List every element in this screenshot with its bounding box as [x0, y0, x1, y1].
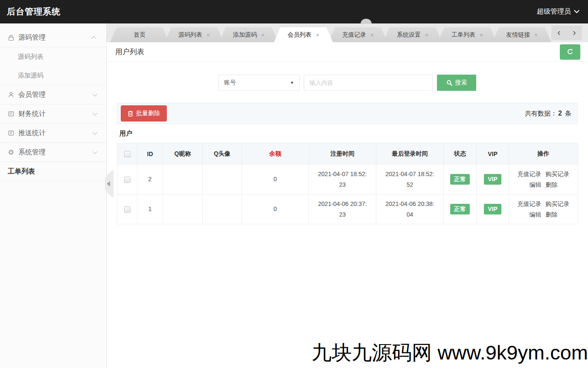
page-header: 用户列表: [107, 42, 588, 62]
sidebar-item-1[interactable]: 会员管理: [0, 85, 106, 104]
sidebar-group-0: 源码管理源码列表添加源码: [0, 29, 106, 85]
search-row: 账号 ▼ 搜索: [117, 75, 578, 91]
action-link[interactable]: 编辑: [530, 180, 541, 190]
tab-close-icon[interactable]: ×: [207, 32, 210, 38]
tab-label: 源码列表: [178, 31, 202, 39]
row-checkbox[interactable]: [124, 206, 131, 213]
search-field-select[interactable]: 账号 ▼: [218, 75, 300, 91]
status-badge: 正常: [450, 204, 470, 214]
chevron-down-icon: [93, 92, 97, 96]
tab-bar: 首页源码列表×添加源码×会员列表×充值记录×系统设置×工单列表×友情链接× ‹ …: [107, 23, 588, 42]
tab-item-2[interactable]: 添加源码×: [219, 27, 278, 42]
cell-q-nick: [163, 194, 203, 224]
tab-label: 添加源码: [233, 31, 257, 39]
batch-delete-label: 批量删除: [136, 110, 160, 117]
column-header: 操作: [509, 143, 578, 165]
tab-label: 工单列表: [451, 31, 475, 39]
table-header-row: IDQ昵称Q头像余额注册时间最后登录时间状态VIP操作: [117, 143, 578, 165]
select-all-checkbox[interactable]: [124, 151, 131, 157]
sidebar-item-0[interactable]: 源码管理: [0, 29, 106, 47]
tab-scroll-right-button[interactable]: ›: [567, 26, 582, 40]
chevron-down-icon: [574, 8, 579, 13]
cell-balance: 0: [242, 165, 309, 194]
tab-label: 友情链接: [506, 31, 530, 39]
sidebar-item-2[interactable]: 财务统计: [0, 104, 106, 123]
table-row: 102021-04-06 20:37: 232021-04-06 20:38: …: [117, 194, 578, 224]
tab-close-icon[interactable]: ×: [425, 32, 428, 38]
cell-last-login-time: 2021-04-07 18:52: 52: [376, 165, 444, 194]
trash-icon: [128, 110, 133, 117]
tab-close-icon[interactable]: ×: [370, 32, 374, 38]
user-menu[interactable]: 超级管理员: [537, 7, 579, 16]
cell-reg-time: 2021-04-07 18:52: 23: [309, 165, 376, 194]
tab-close-icon[interactable]: ×: [480, 32, 483, 38]
action-link[interactable]: 编辑: [530, 209, 541, 220]
sidebar-menu: 源码管理源码列表添加源码会员管理财务统计推送统计系统管理工单列表: [0, 29, 106, 181]
table-row: 202021-04-07 18:52: 232021-04-07 18:52: …: [117, 165, 578, 194]
refresh-button[interactable]: [560, 44, 580, 60]
sidebar-group-4: 系统管理: [0, 143, 106, 162]
tab-label: 首页: [134, 31, 146, 39]
sidebar-item-3[interactable]: 推送统计: [0, 124, 106, 142]
user-icon: [8, 91, 15, 98]
column-header: 最后登录时间: [376, 143, 444, 165]
app-title: 后台管理系统: [7, 6, 61, 17]
user-table: IDQ昵称Q头像余额注册时间最后登录时间状态VIP操作202021-04-07 …: [117, 143, 578, 224]
sidebar-item-5[interactable]: 工单列表: [0, 162, 106, 181]
tab-close-icon[interactable]: ×: [316, 32, 319, 38]
sidebar-item-label: 财务统计: [18, 110, 93, 119]
search-button[interactable]: 搜索: [437, 75, 476, 91]
total-count: 共有数据：2 条: [525, 110, 571, 118]
sidebar-subitem-0-0[interactable]: 源码列表: [0, 47, 106, 66]
column-header: ID: [137, 143, 163, 165]
action-link[interactable]: 购买记录: [546, 169, 570, 180]
sidebar: 源码管理源码列表添加源码会员管理财务统计推送统计系统管理工单列表: [0, 23, 107, 368]
top-bar: 后台管理系统 超级管理员: [0, 0, 588, 23]
action-link[interactable]: 购买记录: [546, 199, 570, 209]
vip-badge: VIP: [484, 174, 501, 185]
finance-stats-icon: [8, 110, 15, 117]
tab-item-0[interactable]: 首页: [110, 27, 169, 42]
gear-icon: [8, 149, 15, 156]
sidebar-item-label: 源码管理: [18, 33, 93, 42]
sidebar-submenu: 源码列表添加源码: [0, 47, 106, 85]
search-input[interactable]: [304, 75, 433, 91]
table-toolbar: 批量删除 共有数据：2 条: [117, 103, 578, 124]
tab-item-4[interactable]: 充值记录×: [329, 27, 387, 42]
tab-label: 会员列表: [288, 31, 311, 39]
cell-reg-time: 2021-04-06 20:37: 23: [309, 194, 376, 224]
tab-close-icon[interactable]: ×: [534, 32, 538, 38]
tab-item-6[interactable]: 工单列表×: [438, 27, 497, 42]
cell-q-avatar: [203, 194, 242, 224]
content-area: 账号 ▼ 搜索: [107, 75, 588, 224]
action-link[interactable]: 删除: [546, 180, 558, 190]
tab-item-5[interactable]: 系统设置×: [383, 27, 442, 42]
tab-list: 首页源码列表×添加源码×会员列表×充值记录×系统设置×工单列表×友情链接×: [110, 27, 547, 42]
vip-badge: VIP: [484, 204, 501, 214]
row-checkbox[interactable]: [124, 177, 131, 183]
column-header: Q头像: [203, 143, 242, 165]
sidebar-subitem-0-1[interactable]: 添加源码: [0, 66, 106, 85]
tab-close-icon[interactable]: ×: [261, 32, 265, 38]
action-link[interactable]: 删除: [546, 209, 558, 220]
chevron-down-icon: [93, 130, 97, 135]
chevron-down-icon: [93, 111, 97, 116]
action-link[interactable]: 充值记录: [518, 199, 541, 209]
cell-select: [117, 165, 137, 194]
cell-q-avatar: [203, 165, 242, 194]
select-caret-icon: ▼: [290, 81, 294, 85]
batch-delete-button[interactable]: 批量删除: [121, 105, 167, 122]
sidebar-item-label: 工单列表: [8, 167, 96, 176]
tab-item-1[interactable]: 源码列表×: [165, 27, 224, 42]
tab-scroll-left-button[interactable]: ‹: [551, 26, 567, 40]
search-field-value: 账号: [224, 79, 236, 87]
tab-item-7[interactable]: 友情链接×: [492, 27, 551, 42]
action-link[interactable]: 充值记录: [518, 169, 541, 180]
tab-item-3[interactable]: 会员列表×: [274, 27, 333, 42]
sidebar-group-2: 财务统计: [0, 104, 106, 124]
cell-last-login-time: 2021-04-06 20:38: 04: [376, 194, 444, 224]
column-header: 余额: [242, 143, 309, 165]
column-header: VIP: [477, 143, 509, 165]
cell-balance: 0: [242, 194, 309, 224]
sidebar-item-4[interactable]: 系统管理: [0, 143, 106, 162]
